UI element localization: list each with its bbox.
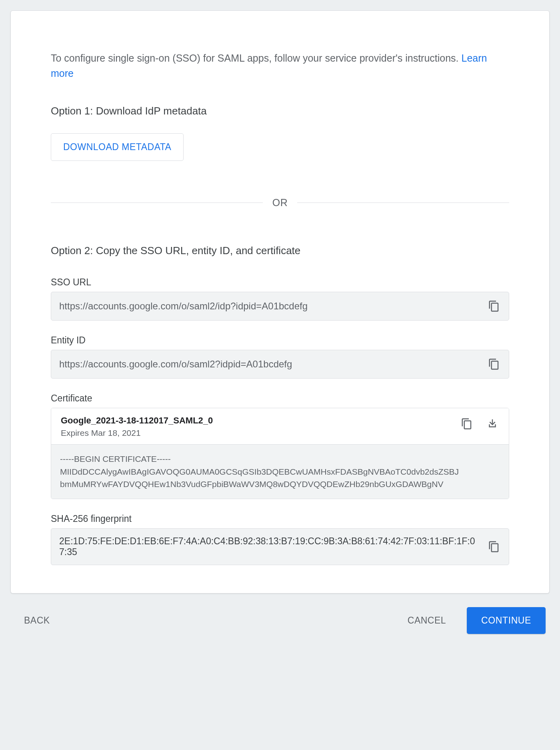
certificate-body[interactable]: -----BEGIN CERTIFICATE----- MIIDdDCCAlyg… [51,444,509,499]
intro-text: To configure single sign-on (SSO) for SA… [51,51,509,81]
fingerprint-block: SHA-256 fingerprint 2E:1D:75:FE:DE:D1:EB… [51,513,509,565]
or-label: OR [263,197,298,209]
fingerprint-value: 2E:1D:75:FE:DE:D1:EB:6E:F7:4A:A0:C4:BB:9… [59,536,479,557]
divider-line-left [51,203,263,203]
certificate-box: Google_2021-3-18-112017_SAML2_0 Expires … [51,408,509,499]
sso-url-box: https://accounts.google.com/o/saml2/idp?… [51,292,509,321]
idp-info-card: To configure single sign-on (SSO) for SA… [10,10,550,594]
certificate-block: Certificate Google_2021-3-18-112017_SAML… [51,393,509,499]
divider-line-right [297,203,509,203]
fingerprint-box: 2E:1D:75:FE:DE:D1:EB:6E:F7:4A:A0:C4:BB:9… [51,528,509,565]
certificate-label: Certificate [51,393,509,404]
certificate-header: Google_2021-3-18-112017_SAML2_0 Expires … [51,408,509,444]
sso-url-block: SSO URL https://accounts.google.com/o/sa… [51,277,509,321]
entity-id-label: Entity ID [51,335,509,346]
certificate-actions [460,415,499,431]
download-icon[interactable] [486,417,499,431]
entity-id-value: https://accounts.google.com/o/saml2?idpi… [59,359,479,370]
entity-id-block: Entity ID https://accounts.google.com/o/… [51,335,509,379]
or-divider: OR [51,197,509,209]
copy-icon[interactable] [487,357,501,371]
sso-url-label: SSO URL [51,277,509,288]
copy-icon[interactable] [487,299,501,313]
footer-right: CANCEL CONTINUE [406,607,546,634]
copy-icon[interactable] [460,417,474,431]
sso-url-value: https://accounts.google.com/o/saml2/idp?… [59,301,479,312]
download-metadata-button[interactable]: DOWNLOAD METADATA [51,133,184,161]
option2-heading: Option 2: Copy the SSO URL, entity ID, a… [51,245,509,257]
intro-copy: To configure single sign-on (SSO) for SA… [51,52,462,64]
certificate-expires: Expires Mar 18, 2021 [61,428,213,438]
copy-icon[interactable] [487,540,501,553]
entity-id-box: https://accounts.google.com/o/saml2?idpi… [51,350,509,379]
certificate-name: Google_2021-3-18-112017_SAML2_0 [61,415,213,426]
footer-bar: BACK CANCEL CONTINUE [10,594,550,638]
cancel-button[interactable]: CANCEL [406,611,448,630]
option1-heading: Option 1: Download IdP metadata [51,105,509,117]
continue-button[interactable]: CONTINUE [467,607,546,634]
fingerprint-label: SHA-256 fingerprint [51,513,509,524]
back-button[interactable]: BACK [22,611,52,630]
